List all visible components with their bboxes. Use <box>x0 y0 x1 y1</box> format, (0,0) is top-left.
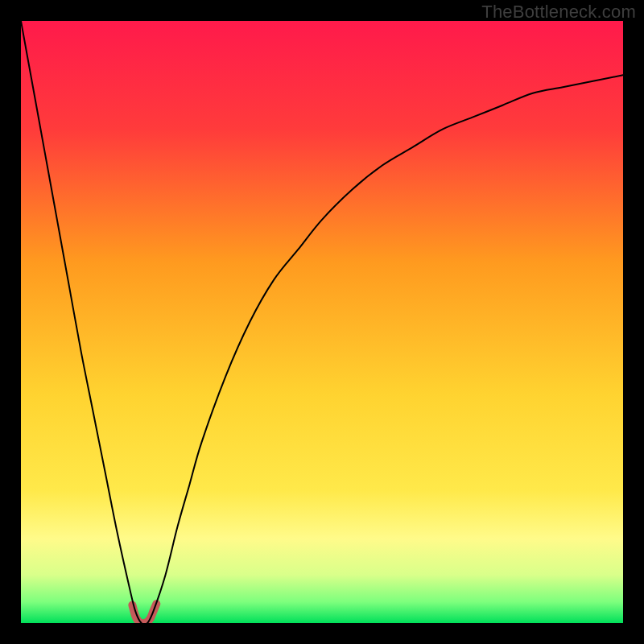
chart-frame: TheBottleneck.com <box>0 0 644 644</box>
curve-layer <box>21 21 623 623</box>
plot-area <box>21 21 623 623</box>
bottleneck-curve-path <box>21 21 623 623</box>
watermark-text: TheBottleneck.com <box>481 2 636 23</box>
